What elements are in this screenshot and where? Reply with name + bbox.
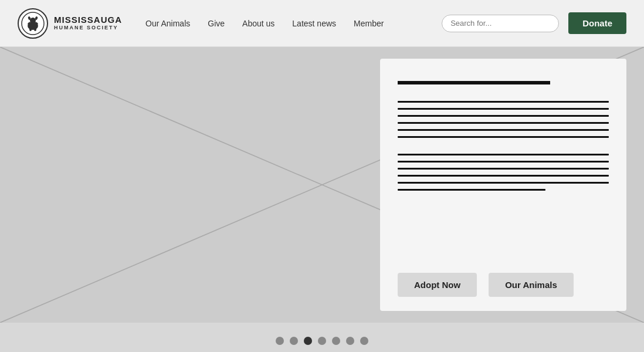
our-animals-button[interactable]: Our Animals	[489, 273, 574, 297]
card-buttons: Adopt Now Our Animals	[398, 273, 609, 297]
dot-6[interactable]	[346, 337, 354, 345]
search-input[interactable]	[450, 19, 549, 28]
text-line	[398, 122, 609, 124]
logo-text: MISSISSAUGA HUMANE SOCIETY	[54, 15, 122, 31]
text-line	[398, 175, 609, 177]
search-box[interactable]	[442, 15, 559, 32]
dot-7[interactable]	[360, 337, 368, 345]
content-card: Adopt Now Our Animals	[380, 59, 626, 311]
text-line	[398, 115, 609, 117]
text-line	[398, 101, 609, 103]
text-line	[398, 136, 609, 138]
svg-point-5	[29, 28, 32, 31]
adopt-now-button[interactable]: Adopt Now	[398, 273, 477, 297]
text-spacer	[398, 143, 609, 154]
hero-section: Adopt Now Our Animals	[0, 47, 644, 323]
logo-area[interactable]: MISSISSAUGA HUMANE SOCIETY	[18, 8, 122, 39]
brand-sub: HUMANE SOCIETY	[54, 25, 122, 31]
text-line	[398, 182, 609, 184]
navbar: MISSISSAUGA HUMANE SOCIETY Our Animals G…	[0, 0, 644, 47]
nav-about-us[interactable]: About us	[242, 19, 274, 28]
svg-point-6	[34, 28, 36, 31]
dot-4[interactable]	[318, 337, 326, 345]
dot-2[interactable]	[290, 337, 298, 345]
dot-5[interactable]	[332, 337, 340, 345]
logo-icon	[18, 8, 48, 39]
dot-1[interactable]	[276, 337, 284, 345]
nav-right: Donate	[442, 12, 626, 34]
text-line	[398, 129, 609, 131]
donate-button[interactable]: Donate	[568, 12, 626, 34]
text-line	[398, 189, 545, 191]
brand-name: MISSISSAUGA	[54, 15, 122, 25]
nav-our-animals[interactable]: Our Animals	[145, 19, 190, 28]
text-line	[398, 168, 609, 170]
nav-latest-news[interactable]: Latest news	[292, 19, 336, 28]
dot-3[interactable]	[304, 337, 312, 345]
nav-member[interactable]: Member	[354, 19, 384, 28]
text-line	[398, 108, 609, 110]
card-title-bar	[398, 81, 550, 84]
nav-give[interactable]: Give	[208, 19, 225, 28]
text-line	[398, 161, 609, 163]
nav-links: Our Animals Give About us Latest news Me…	[145, 19, 442, 28]
carousel-dots	[0, 337, 644, 345]
card-text-body	[398, 101, 609, 259]
text-line	[398, 154, 609, 155]
